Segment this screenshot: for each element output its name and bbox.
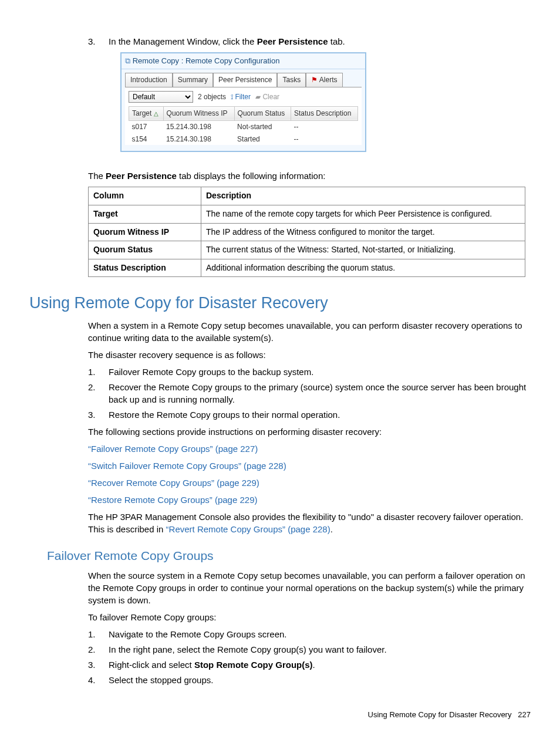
text: . — [330, 524, 333, 534]
text: Recover the Remote Copy groups to the pr… — [109, 381, 531, 406]
page-number: 227 — [518, 710, 531, 719]
tab-tasks[interactable]: Tasks — [277, 73, 306, 87]
tab-peer-persistence[interactable]: Peer Persistence — [213, 73, 277, 87]
col-qstatus[interactable]: Quorum Status — [234, 106, 291, 120]
paragraph: When a system in a Remote Copy setup bec… — [88, 319, 531, 344]
header-description: Description — [201, 187, 525, 205]
cell: Quorum Witness IP — [89, 223, 201, 241]
tree-icon: ⧉ — [125, 56, 130, 65]
link-para: “Recover Remote Copy Groups” (page 229) — [88, 477, 531, 489]
tab-alerts[interactable]: ⚑ Alerts — [306, 73, 342, 87]
cell: 15.214.30.198 — [163, 133, 234, 146]
link-restore[interactable]: “Restore Remote Copy Groups” (page 229) — [88, 495, 257, 505]
table-row[interactable]: s154 15.214.30.198 Started -- — [129, 133, 358, 146]
list-item: 1.Navigate to the Remote Copy Groups scr… — [88, 628, 531, 640]
cell: Status Description — [89, 259, 201, 277]
footer-text: Using Remote Copy for Disaster Recovery — [368, 710, 512, 719]
num: 1. — [88, 628, 109, 640]
list-item: 2.In the right pane, select the Remote C… — [88, 643, 531, 656]
text: Right-click and select — [109, 660, 194, 670]
cell: -- — [291, 120, 357, 133]
tab-summary[interactable]: Summary — [173, 73, 213, 87]
paragraph: To failover Remote Copy groups: — [88, 611, 531, 623]
subsection-heading: Failover Remote Copy Groups — [47, 547, 531, 564]
view-select[interactable]: Default — [129, 91, 193, 103]
screenshot-panel: ⧉ Remote Copy : Remote Copy Configuratio… — [120, 52, 366, 152]
paragraph: When the source system in a Remote Copy … — [88, 569, 531, 606]
num: 3. — [88, 659, 109, 671]
step-number: 3. — [88, 35, 109, 48]
col-qwip[interactable]: Quorum Witness IP — [163, 106, 234, 120]
paragraph: The following sections provide instructi… — [88, 426, 531, 438]
cell: -- — [291, 133, 357, 146]
link-revert[interactable]: “Revert Remote Copy Groups” (page 228) — [166, 524, 330, 534]
cell: s154 — [129, 133, 164, 146]
window-titlebar: ⧉ Remote Copy : Remote Copy Configuratio… — [122, 53, 365, 69]
tab-introduction[interactable]: Introduction — [125, 73, 173, 87]
tab-bar: Introduction Summary Peer Persistence Ta… — [122, 69, 365, 87]
col-sdesc[interactable]: Status Description — [291, 106, 357, 120]
object-count: 2 objects — [198, 92, 226, 102]
table-row: Quorum Witness IPThe IP address of the W… — [89, 223, 525, 241]
clear-label: Clear — [262, 93, 279, 101]
clear-link[interactable]: ▰ Clear — [255, 92, 279, 102]
num: 1. — [88, 366, 109, 378]
step-text: In the Management Window, click the Peer… — [109, 35, 531, 48]
list-item: 2.Recover the Remote Copy groups to the … — [88, 381, 531, 406]
text: In the Management Window, click the — [109, 36, 257, 46]
text: . — [313, 660, 315, 670]
alert-icon: ⚑ — [311, 76, 318, 84]
eraser-icon: ▰ — [255, 93, 261, 101]
description-table: Column Description TargetThe name of the… — [88, 187, 525, 277]
bold-text: Stop Remote Copy Group(s) — [194, 660, 313, 670]
list-item: 4.Select the stopped groups. — [88, 674, 531, 686]
bold-text: Peer Persistence — [257, 36, 328, 46]
text: Navigate to the Remote Copy Groups scree… — [109, 628, 531, 640]
toolbar: Default 2 objects ⟟ Filter ▰ Clear — [125, 87, 362, 106]
link-switch-failover[interactable]: “Switch Failover Remote Copy Groups” (pa… — [88, 461, 286, 471]
tab-label: Alerts — [319, 76, 338, 84]
num: 2. — [88, 381, 109, 406]
step-3: 3. In the Management Window, click the P… — [88, 35, 531, 48]
header-text: Target — [132, 109, 151, 117]
list-item: 1.Failover Remote Copy groups to the bac… — [88, 366, 531, 378]
filter-link[interactable]: ⟟ Filter — [231, 92, 251, 102]
text: Restore the Remote Copy groups to their … — [109, 409, 531, 421]
text: The — [88, 171, 106, 181]
bold-text: Peer Persistence — [106, 171, 177, 181]
num: 4. — [88, 674, 109, 686]
cell: Quorum Status — [89, 241, 201, 259]
link-para: “Switch Failover Remote Copy Groups” (pa… — [88, 460, 531, 472]
link-recover[interactable]: “Recover Remote Copy Groups” (page 229) — [88, 478, 259, 488]
link-para: “Restore Remote Copy Groups” (page 229) — [88, 494, 531, 506]
cell: Additional information describing the qu… — [201, 259, 525, 277]
table-row[interactable]: s017 15.214.30.198 Not-started -- — [129, 120, 358, 133]
cell: The IP address of the Witness configured… — [201, 223, 525, 241]
section-heading: Using Remote Copy for Disaster Recovery — [29, 292, 531, 315]
window-title: Remote Copy : Remote Copy Configuration — [133, 56, 280, 65]
table-row: Status DescriptionAdditional information… — [89, 259, 525, 277]
link-failover[interactable]: “Failover Remote Copy Groups” (page 227) — [88, 444, 258, 454]
sort-icon: △ — [154, 110, 158, 117]
cell: Target — [89, 205, 201, 223]
cell: Not-started — [234, 120, 291, 133]
text: Right-click and select Stop Remote Copy … — [109, 659, 531, 671]
filter-label: Filter — [235, 93, 251, 101]
cell: The name of the remote copy targets for … — [201, 205, 525, 223]
filter-icon: ⟟ — [231, 93, 233, 101]
table-row: Quorum StatusThe current status of the W… — [89, 241, 525, 259]
link-para: “Failover Remote Copy Groups” (page 227) — [88, 443, 531, 455]
paragraph: The disaster recovery sequence is as fol… — [88, 349, 531, 361]
cell: Started — [234, 133, 291, 146]
cell: The current status of the Witness: Start… — [201, 241, 525, 259]
header-column: Column — [89, 187, 201, 205]
num: 2. — [88, 643, 109, 656]
paragraph: The Peer Persistence tab displays the fo… — [88, 170, 531, 182]
cell: s017 — [129, 120, 164, 133]
table-row: TargetThe name of the remote copy target… — [89, 205, 525, 223]
list-item: 3.Restore the Remote Copy groups to thei… — [88, 409, 531, 421]
text: tab. — [328, 36, 345, 46]
text: Failover Remote Copy groups to the backu… — [109, 366, 531, 378]
num: 3. — [88, 409, 109, 421]
col-target[interactable]: Target △ — [129, 106, 164, 120]
